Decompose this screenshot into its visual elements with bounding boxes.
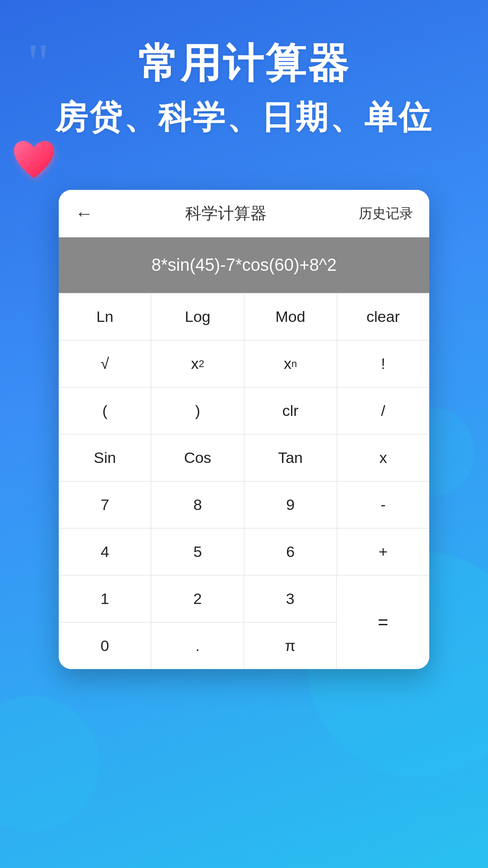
calculator-card: ← 科学计算器 历史记录 8*sin(45)-7*cos(60)+8^2 Ln … [59, 190, 429, 669]
btn-9[interactable]: 9 [244, 481, 337, 528]
heart-icon [9, 136, 59, 185]
btn-cos[interactable]: Cos [151, 434, 244, 481]
calc-header: ← 科学计算器 历史记录 [59, 190, 429, 237]
header-subtitle: 房贷、科学、日期、单位 [18, 96, 470, 139]
btn-1[interactable]: 1 [59, 576, 151, 622]
btn-clr[interactable]: clr [244, 387, 337, 434]
btn-group-left: 1 2 3 0 . π [59, 575, 336, 669]
btn-xn[interactable]: xn [244, 340, 337, 387]
btn-tan[interactable]: Tan [244, 434, 337, 481]
btn-minus[interactable]: - [337, 481, 429, 528]
calc-expression: 8*sin(45)-7*cos(60)+8^2 [151, 255, 337, 275]
btn-clear[interactable]: clear [337, 293, 429, 340]
btn-plus[interactable]: + [337, 528, 429, 575]
calc-display: 8*sin(45)-7*cos(60)+8^2 [59, 237, 429, 293]
btn-sin[interactable]: Sin [59, 434, 151, 481]
btn-row-1: Ln Log Mod clear [59, 293, 429, 340]
btn-equals[interactable]: = [336, 575, 429, 669]
btn-row-5: 7 8 9 - [59, 481, 429, 528]
btn-8[interactable]: 8 [151, 481, 244, 528]
btn-row-3: ( ) clr / [59, 387, 429, 434]
calc-buttons: Ln Log Mod clear √ x2 xn ! ( ) clr / Sin… [59, 293, 429, 669]
btn-row-4: Sin Cos Tan x [59, 434, 429, 481]
btn-3[interactable]: 3 [244, 576, 336, 622]
btn-open-paren[interactable]: ( [59, 387, 151, 434]
btn-close-paren[interactable]: ) [151, 387, 244, 434]
btn-x2[interactable]: x2 [151, 340, 244, 387]
btn-row-7: 1 2 3 [59, 575, 336, 622]
btn-row-bottom: 1 2 3 0 . π = [59, 575, 429, 669]
back-button[interactable]: ← [75, 203, 93, 224]
calc-title: 科学计算器 [185, 203, 267, 225]
btn-dot[interactable]: . [151, 623, 244, 669]
btn-4[interactable]: 4 [59, 528, 151, 575]
btn-multiply[interactable]: x [337, 434, 429, 481]
btn-log[interactable]: Log [151, 293, 244, 340]
btn-5[interactable]: 5 [151, 528, 244, 575]
header-title: 常用计算器 [18, 36, 470, 91]
btn-row-8: 0 . π [59, 622, 336, 669]
history-button[interactable]: 历史记录 [359, 204, 413, 223]
btn-factorial[interactable]: ! [337, 340, 429, 387]
btn-2[interactable]: 2 [151, 576, 244, 622]
btn-row-2: √ x2 xn ! [59, 340, 429, 387]
deco-circle-2 [0, 696, 99, 832]
btn-sqrt[interactable]: √ [59, 340, 151, 387]
btn-pi[interactable]: π [244, 623, 336, 669]
btn-mod[interactable]: Mod [244, 293, 337, 340]
btn-0[interactable]: 0 [59, 623, 151, 669]
header-area: 常用计算器 房贷、科学、日期、单位 [0, 36, 488, 139]
btn-7[interactable]: 7 [59, 481, 151, 528]
btn-ln[interactable]: Ln [59, 293, 151, 340]
btn-row-6: 4 5 6 + [59, 528, 429, 575]
btn-6[interactable]: 6 [244, 528, 337, 575]
btn-divide[interactable]: / [337, 387, 429, 434]
